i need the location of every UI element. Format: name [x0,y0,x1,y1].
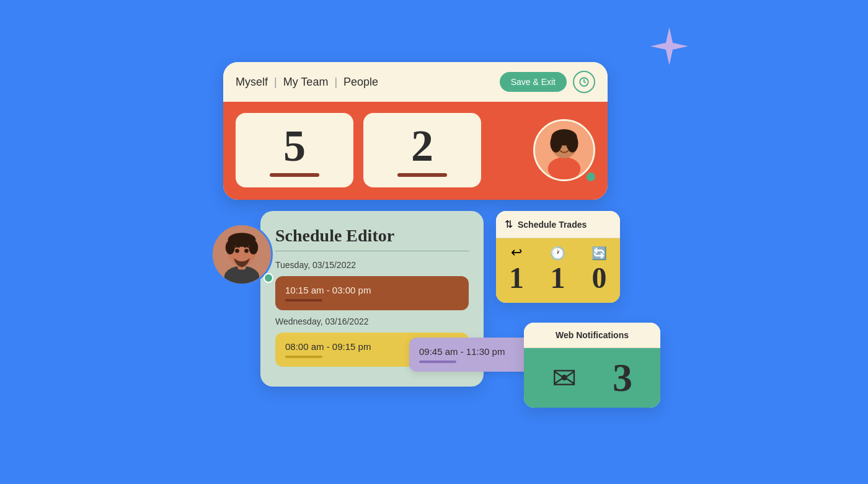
trade-number-1: 1 [509,263,524,293]
trades-header: ⇅ Schedule Trades [496,211,620,238]
person-status-dot [264,273,273,283]
number-value-2: 2 [411,123,433,168]
time-slot-brown-text: 10:15 am - 03:00 pm [285,285,371,295]
nav-myself[interactable]: Myself [236,76,268,89]
svg-point-16 [235,249,239,253]
trade-icon-3: 🔄 [591,246,607,261]
nav-my-team[interactable]: My Team [283,76,329,89]
number-card-2: 2 [363,113,481,187]
notif-body: ✉ 3 [524,348,660,408]
top-widget-nav: Myself | My Team | People Save & Exit [223,62,608,102]
underline-bar-1 [270,173,319,177]
avatar-female [533,119,595,181]
trade-number-3: 0 [592,263,607,293]
trades-icon: ⇅ [505,218,513,230]
schedule-trades-widget: ⇅ Schedule Trades ↩ 1 🕐 1 🔄 0 [496,211,620,303]
time-slot-yellow-text: 08:00 am - 09:15 pm [285,341,371,352]
slot-underline-brown [285,299,322,302]
trade-col-2: 🕐 1 [550,246,565,293]
number-card-1: 5 [236,113,353,187]
trade-icon-1: ↩ [511,244,522,261]
mail-icon: ✉ [552,361,577,395]
svg-point-8 [567,145,570,148]
svg-point-17 [244,249,249,253]
nav-sep1: | [274,76,277,89]
schedule-divider [275,251,469,251]
nav-people[interactable]: People [343,76,378,89]
trade-icon-2: 🕐 [550,246,565,261]
trades-title: Schedule Trades [518,220,587,230]
schedule-editor-title: Schedule Editor [275,226,469,246]
schedule-editor-widget: Schedule Editor Tuesday, 03/15/2022 10:1… [260,211,484,387]
web-notifications-widget: Web Notifications ✉ 3 [524,323,660,408]
trade-col-1: ↩ 1 [509,244,524,293]
time-slot-purple-text: 09:45 am - 11:30 pm [419,346,505,357]
slot-underline-purple [419,361,456,363]
svg-point-7 [559,145,562,148]
svg-point-14 [226,240,235,254]
svg-point-5 [550,134,562,153]
notif-title: Web Notifications [533,330,652,340]
clock-button[interactable] [573,71,595,93]
trade-col-3: 🔄 0 [591,246,607,293]
time-slot-brown[interactable]: 10:15 am - 03:00 pm [275,276,469,310]
trades-body: ↩ 1 🕐 1 🔄 0 [496,238,620,303]
trade-number-2: 1 [551,263,565,293]
schedule-date-2: Wednesday, 03/16/2022 [275,316,469,326]
schedule-date-1: Tuesday, 03/15/2022 [275,260,469,270]
top-schedule-widget: Myself | My Team | People Save & Exit 5 … [223,62,608,200]
underline-bar-2 [397,173,447,177]
notif-header: Web Notifications [524,323,660,348]
nav-sep2: | [334,76,337,89]
time-slot-purple[interactable]: 09:45 am - 11:30 pm [409,338,533,372]
avatar-status-dot [585,171,596,182]
notif-count: 3 [613,358,632,398]
top-widget-body: 5 2 [223,102,608,200]
svg-point-6 [567,134,578,153]
save-exit-button[interactable]: Save & Exit [500,72,567,92]
number-value-1: 5 [283,123,306,168]
slot-underline-yellow [285,356,322,358]
svg-point-15 [249,240,258,254]
decorative-star [649,26,689,69]
